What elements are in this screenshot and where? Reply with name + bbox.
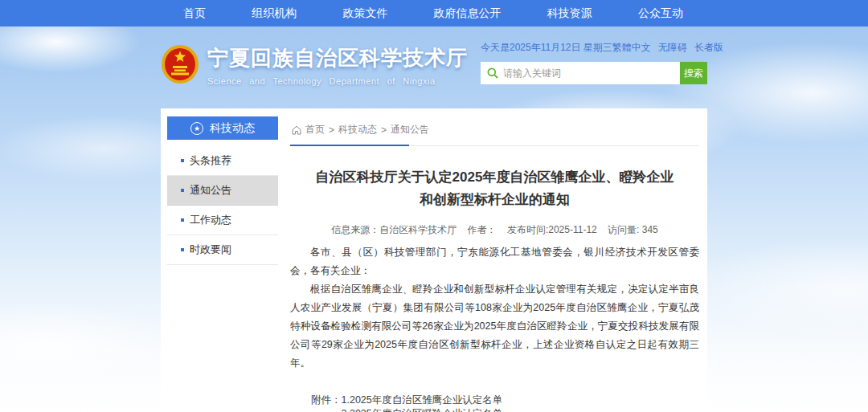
breadcrumb-separator: > bbox=[381, 124, 387, 136]
breadcrumb-level2[interactable]: 通知公告 bbox=[391, 123, 429, 137]
article-paragraph: 各市、县（区）科技管理部门，宁东能源化工基地管委会，银川经济技术开发区管委会，各… bbox=[290, 243, 699, 280]
breadcrumb-level1[interactable]: 科技动态 bbox=[338, 123, 377, 137]
meta-publish-date: 发布时间:2025-11-12 bbox=[507, 224, 597, 235]
nav-item-policy[interactable]: 政策文件 bbox=[342, 6, 387, 21]
sidebar-menu: 头条推荐 通知公告 工作动态 时政要闻 bbox=[167, 146, 278, 265]
home-icon bbox=[292, 125, 301, 135]
search-bar: 搜索 bbox=[481, 62, 707, 84]
article-title: 自治区科技厅关于认定2025年度自治区雏鹰企业、瞪羚企业 和创新型标杆企业的通知 bbox=[290, 166, 699, 211]
sidebar-item-work-news[interactable]: 工作动态 bbox=[167, 206, 278, 235]
article-paragraph: 根据自治区雏鹰企业、瞪羚企业和创新型标杆企业认定管理有关规定，决定认定半亩良人农… bbox=[290, 280, 699, 373]
nav-item-resources[interactable]: 科技资源 bbox=[547, 6, 592, 21]
sidebar-item-label: 头条推荐 bbox=[190, 154, 231, 166]
site-logo[interactable]: 宁夏回族自治区科学技术厅 Science and Technology Depa… bbox=[161, 44, 468, 86]
sidebar-item-notices[interactable]: 通知公告 bbox=[167, 176, 278, 206]
meta-source: 信息来源：自治区科学技术厅 bbox=[331, 224, 457, 235]
article-meta: 信息来源：自治区科学技术厅 作者： 发布时间:2025-11-12 访问量: 3… bbox=[290, 223, 699, 237]
breadcrumb-home[interactable]: 首页 bbox=[305, 123, 325, 137]
search-icon bbox=[487, 67, 498, 79]
national-emblem-icon bbox=[161, 44, 199, 86]
bullet-dot-icon bbox=[181, 159, 184, 162]
attachments-label: 附件： bbox=[311, 394, 342, 412]
sidebar-title: 科技动态 bbox=[210, 121, 255, 136]
sidebar-header[interactable]: ★ 科技动态 bbox=[167, 116, 278, 140]
attachments-block: 附件： 1.2025年度自治区雏鹰企业认定名单 2.2025年度自治区瞪羚企业认… bbox=[290, 394, 699, 412]
site-title-block: 宁夏回族自治区科学技术厅 Science and Technology Depa… bbox=[207, 44, 468, 86]
attachments-list: 1.2025年度自治区雏鹰企业认定名单 2.2025年度自治区瞪羚企业认定名单 … bbox=[342, 394, 533, 412]
nav-item-organization[interactable]: 组织机构 bbox=[252, 6, 297, 21]
article-body: 各市、县（区）科技管理部门，宁东能源化工基地管委会，银川经济技术开发区管委会，各… bbox=[290, 243, 699, 373]
sidebar-item-label: 工作动态 bbox=[190, 214, 231, 226]
nav-item-home[interactable]: 首页 bbox=[183, 6, 206, 21]
breadcrumb: 首页 > 科技动态 > 通知公告 bbox=[290, 116, 699, 146]
site-name-english: Science and Technology Department of Nin… bbox=[207, 76, 468, 86]
attachment-link-2[interactable]: 2.2025年度自治区瞪羚企业认定名单 bbox=[342, 407, 533, 412]
today-date-text: 今天是2025年11月12日 星期三 bbox=[481, 41, 612, 55]
bullet-dot-icon bbox=[181, 189, 184, 192]
site-header: 宁夏回族自治区科学技术厅 Science and Technology Depa… bbox=[0, 27, 868, 108]
meta-author: 作者： bbox=[468, 224, 497, 235]
link-accessibility[interactable]: 无障碍 bbox=[658, 41, 687, 55]
star-circle-icon: ★ bbox=[190, 122, 203, 135]
search-button[interactable]: 搜索 bbox=[680, 62, 707, 84]
sidebar: ★ 科技动态 头条推荐 通知公告 工作动态 时政要闻 bbox=[167, 116, 278, 412]
nav-item-gov-info[interactable]: 政府信息公开 bbox=[434, 6, 502, 21]
search-box[interactable] bbox=[481, 62, 680, 84]
article-title-line2: 和创新型标杆企业的通知 bbox=[290, 189, 699, 211]
nav-item-interaction[interactable]: 公众互动 bbox=[638, 6, 683, 21]
attachment-link-1[interactable]: 1.2025年度自治区雏鹰企业认定名单 bbox=[342, 394, 533, 407]
article-column: 首页 > 科技动态 > 通知公告 自治区科技厅关于认定2025年度自治区雏鹰企业… bbox=[290, 116, 701, 412]
link-traditional-chinese[interactable]: 繁體中文 bbox=[612, 41, 651, 55]
top-navigation: 首页 组织机构 政策文件 政府信息公开 科技资源 公众互动 bbox=[0, 0, 868, 27]
header-tools: 今天是2025年11月12日 星期三 繁體中文 无障碍 长者版 搜索 bbox=[481, 41, 707, 84]
bullet-dot-icon bbox=[181, 218, 184, 222]
meta-views: 访问量: 345 bbox=[608, 224, 658, 235]
site-name-chinese: 宁夏回族自治区科学技术厅 bbox=[207, 44, 468, 72]
sidebar-item-label: 时政要闻 bbox=[190, 243, 231, 255]
accessibility-links: 繁體中文 无障碍 长者版 bbox=[612, 41, 723, 55]
link-elder-version[interactable]: 长者版 bbox=[694, 41, 723, 55]
article-title-line1: 自治区科技厅关于认定2025年度自治区雏鹰企业、瞪羚企业 bbox=[290, 166, 699, 189]
breadcrumb-separator: > bbox=[329, 124, 334, 136]
sidebar-item-label: 通知公告 bbox=[190, 184, 231, 196]
content-container: ★ 科技动态 头条推荐 通知公告 工作动态 时政要闻 首页 > 科技动 bbox=[161, 108, 707, 412]
nav-menu: 首页 组织机构 政策文件 政府信息公开 科技资源 公众互动 bbox=[183, 6, 683, 21]
sidebar-item-headlines[interactable]: 头条推荐 bbox=[167, 146, 278, 176]
search-input[interactable] bbox=[503, 67, 680, 79]
sidebar-item-politics-news[interactable]: 时政要闻 bbox=[167, 235, 278, 265]
bullet-dot-icon bbox=[181, 248, 184, 251]
